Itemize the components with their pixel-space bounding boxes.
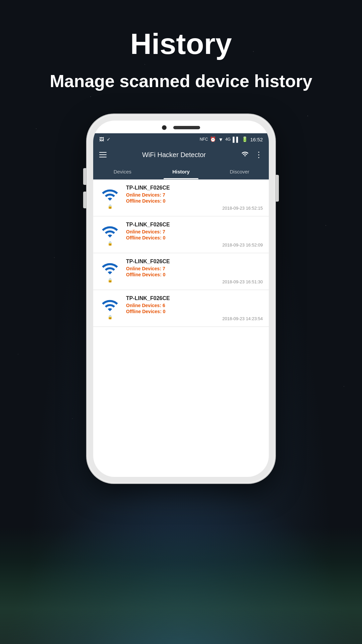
tab-devices[interactable]: Devices: [93, 164, 152, 179]
item-offline: Offline Devices: 0: [126, 309, 263, 314]
page-title: History: [130, 27, 232, 61]
status-bar: 🖼 ✓ NFC ⏰ ▼ 4G ▌▌ 🔋 16:52: [93, 133, 269, 145]
item-timestamp: 2018-09-23 14:23:54: [126, 316, 263, 321]
item-info: TP-LINK_F026CE Online Devices: 7 Offline…: [126, 222, 263, 247]
page-subtitle: Manage scanned device history: [36, 71, 325, 91]
app-bar: WiFi Hacker Detector ⋮: [93, 145, 269, 164]
wifi-icon-wrap: 🔒: [99, 295, 121, 319]
item-online: Online Devices: 7: [126, 266, 263, 271]
app-bar-actions: ⋮: [241, 150, 263, 159]
history-content: 🔒 TP-LINK_F026CE Online Devices: 7 Offli…: [93, 180, 269, 327]
status-left-icons: 🖼 ✓: [99, 137, 111, 142]
item-ssid: TP-LINK_F026CE: [126, 259, 263, 265]
hamburger-menu[interactable]: [99, 152, 107, 157]
item-online: Online Devices: 6: [126, 303, 263, 308]
history-item[interactable]: 🔒 TP-LINK_F026CE Online Devices: 7 Offli…: [93, 216, 269, 253]
tab-bar: Devices History Discover: [93, 164, 269, 180]
hamburger-line-1: [99, 152, 107, 153]
signal-bars: ▌▌: [233, 137, 240, 142]
item-online: Online Devices: 7: [126, 192, 263, 198]
nfc-icon: NFC: [200, 137, 208, 142]
check-icon: ✓: [107, 137, 111, 142]
status-right-info: NFC ⏰ ▼ 4G ▌▌ 🔋 16:52: [200, 136, 263, 142]
app-title: WiFi Hacker Detector: [142, 151, 206, 159]
item-offline: Offline Devices: 0: [126, 272, 263, 277]
item-info: TP-LINK_F026CE Online Devices: 7 Offline…: [126, 185, 263, 211]
battery-icon: 🔋: [242, 136, 248, 142]
wifi-icon-wrap: 🔒: [99, 222, 121, 246]
front-camera: [162, 125, 167, 130]
item-ssid: TP-LINK_F026CE: [126, 295, 263, 301]
item-offline: Offline Devices: 0: [126, 198, 263, 204]
tab-discover[interactable]: Discover: [210, 164, 269, 179]
item-offline: Offline Devices: 0: [126, 235, 263, 240]
item-timestamp: 2018-09-23 16:52:09: [126, 242, 263, 247]
item-online: Online Devices: 7: [126, 229, 263, 234]
status-time: 16:52: [250, 137, 263, 142]
item-info: TP-LINK_F026CE Online Devices: 7 Offline…: [126, 259, 263, 284]
item-timestamp: 2018-09-23 16:51:30: [126, 279, 263, 284]
history-item[interactable]: 🔒 TP-LINK_F026CE Online Devices: 7 Offli…: [93, 253, 269, 290]
phone-screen: 🖼 ✓ NFC ⏰ ▼ 4G ▌▌ 🔋 16:52: [93, 121, 269, 477]
item-ssid: TP-LINK_F026CE: [126, 185, 263, 191]
page-content: History Manage scanned device history 🖼 …: [0, 0, 362, 483]
notification-icon: 🖼: [99, 137, 104, 142]
speaker-grill: [173, 126, 200, 129]
wifi-icon-wrap: 🔒: [99, 185, 121, 209]
tab-history[interactable]: History: [152, 164, 210, 179]
signal-icon: 4G: [225, 137, 231, 142]
alarm-icon: ⏰: [210, 136, 216, 142]
earth-surface: [0, 527, 362, 644]
wifi-icon-wrap: 🔒: [99, 259, 121, 283]
wifi-icon[interactable]: [241, 150, 249, 159]
history-item[interactable]: 🔒 TP-LINK_F026CE Online Devices: 7 Offli…: [93, 180, 269, 216]
more-options-icon[interactable]: ⋮: [255, 150, 263, 159]
hamburger-line-2: [99, 154, 107, 155]
phone-wrapper: 🖼 ✓ NFC ⏰ ▼ 4G ▌▌ 🔋 16:52: [87, 115, 275, 483]
history-item[interactable]: 🔒 TP-LINK_F026CE Online Devices: 6 Offli…: [93, 290, 269, 327]
hamburger-line-3: [99, 157, 107, 157]
phone-frame: 🖼 ✓ NFC ⏰ ▼ 4G ▌▌ 🔋 16:52: [87, 115, 275, 483]
wifi-status-icon: ▼: [218, 137, 223, 142]
item-info: TP-LINK_F026CE Online Devices: 6 Offline…: [126, 295, 263, 321]
phone-notch: [93, 121, 269, 133]
item-ssid: TP-LINK_F026CE: [126, 222, 263, 228]
item-timestamp: 2018-09-23 16:52:15: [126, 206, 263, 211]
